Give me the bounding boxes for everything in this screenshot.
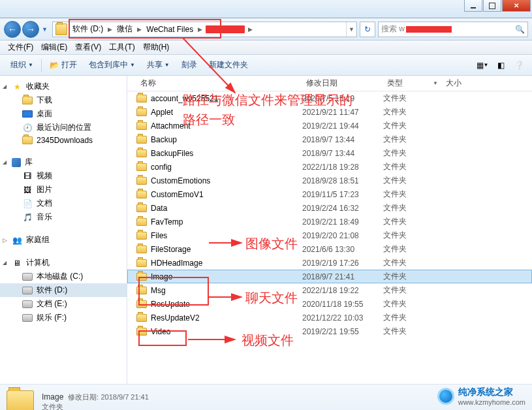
- column-date[interactable]: 修改日期: [302, 78, 383, 89]
- file-date: 2020/11/18 19:55: [302, 300, 383, 309]
- nav-drive-c[interactable]: 本地磁盘 (C:): [0, 270, 127, 283]
- file-type: 文件夹: [383, 257, 442, 268]
- chevron-right-icon[interactable]: ▶: [196, 26, 204, 33]
- file-row[interactable]: CustomEmoV12019/11/5 17:23文件夹: [127, 187, 532, 201]
- column-name[interactable]: 名称: [136, 78, 302, 89]
- file-type: 文件夹: [383, 161, 442, 172]
- breadcrumb-item[interactable]: 微信: [114, 22, 135, 37]
- desktop-icon: [22, 110, 33, 118]
- nav-drive-d[interactable]: 软件 (D:): [0, 283, 127, 297]
- back-button[interactable]: ←: [4, 21, 21, 38]
- file-name: Image: [151, 272, 172, 281]
- nav-music[interactable]: 🎵音乐: [0, 210, 127, 224]
- file-row[interactable]: Files2019/2/20 21:08文件夹: [127, 229, 532, 242]
- file-row[interactable]: FavTemp2019/2/21 18:49文件夹: [127, 215, 532, 229]
- file-row[interactable]: FileStorage2021/6/6 13:30文件夹: [127, 242, 532, 256]
- file-type: 文件夹: [383, 312, 442, 323]
- file-row[interactable]: Data2019/2/24 16:32文件夹: [127, 201, 532, 215]
- navigation-pane[interactable]: ★收藏夹 下载 桌面 🕘最近访问的位置 2345Downloads 库 🎞视频 …: [0, 76, 127, 384]
- history-dropdown[interactable]: ▼: [40, 26, 50, 33]
- file-row[interactable]: ResUpdateV22021/12/22 10:03文件夹: [127, 311, 532, 324]
- include-library-button[interactable]: 包含到库中▼: [84, 57, 140, 73]
- breadcrumb-item[interactable]: 软件 (D:): [70, 22, 106, 37]
- menu-edit[interactable]: 编辑(E): [37, 42, 71, 53]
- search-input[interactable]: 搜索 w 🔍: [378, 22, 528, 37]
- view-options-button[interactable]: ▦ ▼: [475, 58, 490, 72]
- nav-pictures[interactable]: 🖼图片: [0, 183, 127, 197]
- file-date: 2019/11/5 17:23: [302, 190, 383, 199]
- file-date: 2019/2/21 18:49: [302, 217, 383, 227]
- chevron-right-icon[interactable]: ▶: [246, 26, 255, 33]
- file-date: 2019/2/21 19:44: [302, 121, 383, 131]
- file-row[interactable]: ResUpdate2020/11/18 19:55文件夹: [127, 297, 532, 311]
- folder-icon: [136, 314, 147, 322]
- minimize-button[interactable]: [464, 0, 482, 12]
- forward-button[interactable]: →: [22, 21, 39, 38]
- nav-videos[interactable]: 🎞视频: [0, 169, 127, 183]
- details-name: Image: [42, 392, 63, 402]
- file-date: 2018/9/7 13:44: [302, 135, 383, 144]
- file-row[interactable]: HDHeadImage2019/2/19 17:26文件夹: [127, 256, 532, 270]
- menu-view[interactable]: 查看(V): [71, 42, 105, 53]
- nav-libraries-header[interactable]: 库: [0, 155, 127, 169]
- menu-tools[interactable]: 工具(T): [105, 42, 138, 53]
- folder-icon: [136, 191, 147, 198]
- file-row[interactable]: Video2019/2/21 19:55文件夹: [127, 324, 532, 338]
- homegroup-icon: 👥: [12, 235, 22, 245]
- file-name: Video: [151, 327, 170, 336]
- nav-recent[interactable]: 🕘最近访问的位置: [0, 121, 127, 134]
- file-type: 文件夹: [383, 93, 442, 104]
- maximize-button[interactable]: [483, 0, 501, 12]
- disk-icon: [22, 287, 33, 294]
- nav-desktop[interactable]: 桌面: [0, 107, 127, 121]
- file-name: FavTemp: [151, 217, 183, 227]
- folder-icon: [136, 150, 147, 157]
- menu-file[interactable]: 文件(F): [4, 42, 37, 53]
- file-type: 文件夹: [383, 271, 442, 282]
- close-button[interactable]: [502, 0, 531, 12]
- file-type: 文件夹: [383, 175, 442, 186]
- nav-favorites-header[interactable]: ★收藏夹: [0, 80, 127, 93]
- nav-downloads[interactable]: 下载: [0, 93, 127, 107]
- share-button[interactable]: 共享▼: [142, 57, 175, 73]
- menu-help[interactable]: 帮助(H): [139, 42, 174, 53]
- annotation-path-note: 路径与微信文件来管理显示的: [183, 91, 352, 109]
- open-button[interactable]: 📂打开: [44, 57, 82, 73]
- column-type[interactable]: 类型▼: [383, 78, 442, 89]
- preview-pane-button[interactable]: ◧: [493, 58, 509, 72]
- file-row[interactable]: Backup2018/9/7 13:44文件夹: [127, 133, 532, 146]
- address-bar-row: ← → ▼ 软件 (D:)▶ 微信▶ WeChat Files▶ ▶ ▼ ↻ 搜…: [0, 18, 532, 40]
- help-button[interactable]: ❔: [511, 58, 527, 72]
- nav-documents[interactable]: 📄文档: [0, 197, 127, 210]
- file-row[interactable]: Image2018/9/7 21:41文件夹: [127, 270, 532, 283]
- nav-homegroup-header[interactable]: 👥家庭组: [0, 233, 127, 247]
- organize-button[interactable]: 组织▼: [5, 57, 39, 73]
- folder-icon: [136, 287, 147, 294]
- nav-computer-header[interactable]: 🖥计算机: [0, 256, 127, 270]
- folder-icon: [136, 300, 147, 308]
- folder-icon: [22, 97, 33, 104]
- breadcrumb-item[interactable]: WeChat Files: [144, 22, 196, 37]
- file-row[interactable]: BackupFiles2018/9/7 13:44文件夹: [127, 146, 532, 160]
- chevron-right-icon[interactable]: ▶: [106, 26, 114, 33]
- file-row[interactable]: Msg2022/1/18 19:22文件夹: [127, 283, 532, 297]
- chevron-right-icon[interactable]: ▶: [135, 26, 144, 33]
- file-name: config: [151, 163, 172, 172]
- nav-2345downloads[interactable]: 2345Downloads: [0, 134, 127, 146]
- separator: [41, 59, 42, 72]
- address-dropdown[interactable]: ▼: [346, 22, 356, 37]
- burn-button[interactable]: 刻录: [176, 57, 202, 73]
- watermark-logo: [437, 388, 454, 405]
- file-type: 文件夹: [383, 134, 442, 145]
- file-row[interactable]: CustomEmotions2018/9/28 18:51文件夹: [127, 174, 532, 187]
- nav-drive-e[interactable]: 文档 (E:): [0, 297, 127, 311]
- breadcrumb-bar[interactable]: 软件 (D:)▶ 微信▶ WeChat Files▶ ▶ ▼: [52, 22, 357, 37]
- folder-icon: [136, 136, 147, 144]
- column-size[interactable]: 大小: [442, 78, 481, 89]
- file-row[interactable]: config2022/1/18 19:28文件夹: [127, 160, 532, 174]
- file-date: 2021/12/22 10:03: [302, 313, 383, 323]
- nav-drive-f[interactable]: 娱乐 (F:): [0, 311, 127, 324]
- refresh-button[interactable]: ↻: [360, 22, 375, 37]
- new-folder-button[interactable]: 新建文件夹: [204, 57, 253, 73]
- file-type: 文件夹: [383, 216, 442, 227]
